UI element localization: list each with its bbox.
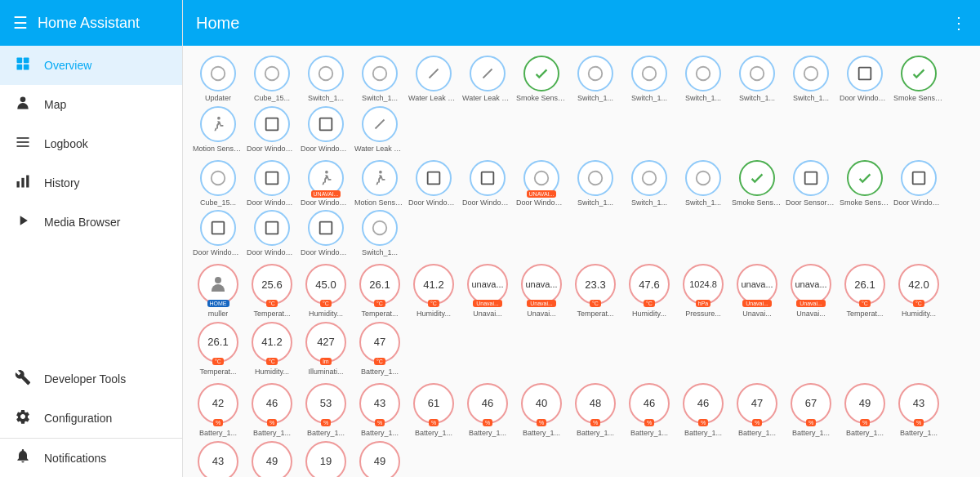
sensor-cell[interactable]: 47%Battery_1... [732,383,782,438]
sidebar-label-developer-tools: Developer Tools [44,372,126,386]
content-area: UpdaterCube_15...Switch_1...Switch_1...W… [183,46,980,477]
svg-point-13 [319,67,333,81]
device-cell[interactable]: Switch_1... [570,160,621,207]
svg-rect-6 [17,141,29,143]
device-cell[interactable]: Switch_1... [570,56,621,103]
svg-rect-9 [21,177,24,187]
sidebar-label-overview: Overview [44,59,91,72]
sensor-cell[interactable]: 41.2°CHumidity... [408,264,459,319]
sensor-cell[interactable]: 26.1°CTemperat... [193,322,243,377]
svg-point-12 [265,67,279,81]
sensor-cell[interactable]: 49%Battery_1... [247,441,297,477]
sidebar-item-overview[interactable]: Overview [0,46,182,85]
sensor-cell[interactable]: 19%Battery_1... [301,441,351,477]
sensor-cell[interactable]: HOMEmuller [193,264,243,319]
sensor-cell[interactable]: 26.1°CTemperat... [840,264,890,319]
sensor-cell[interactable]: 25.6°CTemperat... [247,264,297,319]
sensor-cell[interactable]: 43%Battery_1... [893,383,944,438]
sensor-cell[interactable]: 53%Battery_1... [301,383,351,438]
device-cell[interactable]: Switch_1... [354,210,405,257]
device-cell[interactable]: UNAVAI...Door Window Sensor_1... [301,160,351,207]
sensor-cell[interactable]: 26.1°CTemperat... [354,264,405,319]
device-cell[interactable]: Switch_1... [624,56,675,103]
device-cell[interactable]: Door Window Sensor_1... [247,210,297,257]
device-cell[interactable]: Switch_1... [732,56,782,103]
svg-point-20 [751,67,764,81]
sensor-cell[interactable]: 46%Battery_1... [624,383,675,438]
device-cell[interactable]: Switch_1... [786,56,836,103]
sensor-cell[interactable]: unava...Unavai...Unavai... [786,264,836,319]
sensor-cell[interactable]: 47°CBattery_1... [354,322,405,377]
sidebar-item-media-browser[interactable]: Media Browser [0,203,182,242]
sensor-cell[interactable]: 46%Battery_1... [678,383,728,438]
device-cell[interactable]: Door Window Sensor_1... [840,56,890,103]
sensor-cell[interactable]: 1024.8hPaPressure... [678,264,728,319]
menu-icon[interactable]: ☰ [13,13,28,33]
device-cell[interactable]: Door Window Sensor_1... [247,160,297,207]
sensor-cell[interactable]: 40%Battery_1... [516,383,567,438]
sensor-cell[interactable]: 23.3°CTemperat... [570,264,621,319]
device-cell[interactable]: Door Window Sensor_1... [301,106,351,154]
bell-icon [13,448,33,468]
device-cell[interactable]: Door Window Sensor_1... [193,210,243,257]
device-cell[interactable]: Water Leak Sensor_1... [462,56,513,103]
topbar-more-icon[interactable]: ⋮ [951,13,967,33]
device-cell[interactable]: Door Window Sensor_1... [408,160,459,207]
device-cell[interactable]: Water Leak Sensor_1... [354,106,405,154]
sensor-cell[interactable]: 45.0°CHumidity... [301,264,351,319]
sensor-cell[interactable]: unava...Unavai...Unavai... [462,264,513,319]
device-cell[interactable]: Switch_1... [354,56,405,103]
sensor-cell[interactable]: 46%Battery_1... [247,383,297,438]
device-cell[interactable]: Door Window Sensor_1... [893,160,944,207]
sensor-cell[interactable]: 67%Battery_1... [786,383,836,438]
device-cell[interactable]: Switch_1... [678,56,728,103]
sensor-cell[interactable]: unava...Unavai...Unavai... [732,264,782,319]
sidebar-item-developer-tools[interactable]: Developer Tools [0,359,182,399]
svg-rect-24 [266,118,278,130]
sidebar-label-media-browser: Media Browser [44,216,120,229]
sensor-cell[interactable]: 46%Battery_1... [462,383,513,438]
sensor-cell[interactable]: 47.6°CHumidity... [624,264,675,319]
device-row-1: UpdaterCube_15...Switch_1...Switch_1...W… [193,56,970,154]
device-cell[interactable]: Smoke Sensor_1... [840,160,890,207]
sidebar-item-logbook[interactable]: Logbook [0,124,182,163]
sensor-cell[interactable]: unava...Unavai...Unavai... [516,264,567,319]
device-cell[interactable]: Cube_15... [193,160,243,207]
device-cell[interactable]: Smoke Sensor_1... [893,56,944,103]
sensor-cell[interactable]: 49%Battery_1... [840,383,890,438]
svg-rect-40 [266,222,278,234]
device-cell[interactable]: Switch_1... [678,160,728,207]
device-cell[interactable]: Switch_1... [301,56,351,103]
device-cell[interactable]: Door Window Sensor_1... [301,210,351,257]
sidebar-item-map[interactable]: Map [0,85,182,124]
sensor-cell[interactable]: 427lmIlluminati... [301,322,351,377]
sensor-cell[interactable]: 48%Battery_1... [570,383,621,438]
sensor-cell[interactable]: 41.2°CHumidity... [247,322,297,377]
sensor-cell[interactable]: 43%Battery_1... [354,383,405,438]
device-cell[interactable]: Switch_1... [624,160,675,207]
device-cell[interactable]: Smoke Sensor_1... [732,160,782,207]
device-cell[interactable]: Motion Sensor_1... [354,160,405,207]
sensor-row-3: HOMEmuller25.6°CTemperat...45.0°CHumidit… [193,264,970,377]
sidebar-item-configuration[interactable]: Configuration [0,399,182,438]
device-cell[interactable]: Door Sensor_1... [786,160,836,207]
sidebar-item-notifications[interactable]: Notifications [0,438,182,477]
sensor-cell[interactable]: 49%Battery_1... [354,441,405,477]
device-cell[interactable]: Updater [193,56,243,103]
sidebar-item-history[interactable]: History [0,163,182,203]
device-cell[interactable]: Door Window Sensor_1... [462,160,513,207]
svg-rect-3 [24,64,29,69]
sidebar: ☰ Home Assistant Overview Map Logbook Hi… [0,0,183,477]
device-cell[interactable]: Door Window Sensor_1... [247,106,297,154]
device-cell[interactable]: Smoke Sensor_1... [516,56,567,103]
device-cell[interactable]: Cube_15... [247,56,297,103]
sensor-cell[interactable]: 61%Battery_1... [408,383,459,438]
svg-rect-0 [17,57,23,63]
device-cell[interactable]: UNAVAI...Door Window Sensor_1... [516,160,567,207]
sensor-cell[interactable]: 42%Battery_1... [193,383,243,438]
device-cell[interactable]: Motion Sensor_1... [193,106,243,154]
device-cell[interactable]: Water Leak Sensor_1... [408,56,459,103]
sensor-cell[interactable]: 43%Battery_1... [193,441,243,477]
svg-point-23 [217,117,220,120]
sensor-cell[interactable]: 42.0°CHumidity... [893,264,944,319]
